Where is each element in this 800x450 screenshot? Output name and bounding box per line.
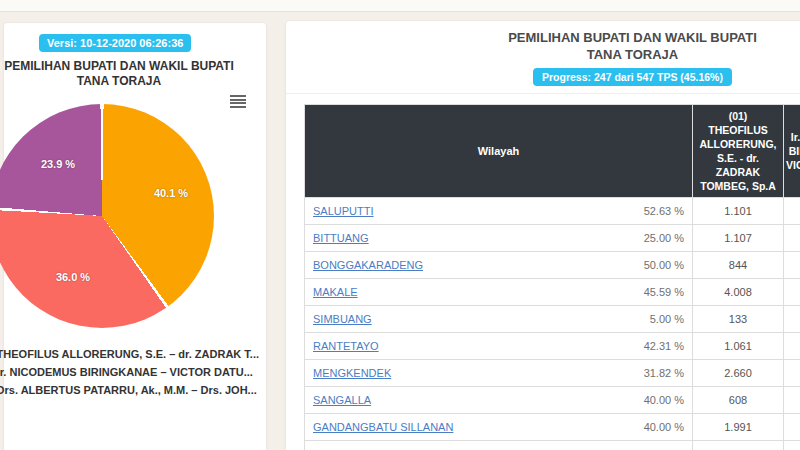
table-row: GANDANGBATU SILLANAN40.00 % 1.991 bbox=[305, 414, 800, 441]
results-table-wrap: Wilayah (01) THEOFILUS ALLORERUNG, S.E. … bbox=[304, 104, 800, 450]
votes-value-hidden bbox=[784, 441, 800, 450]
table-row: RANTETAYO42.31 % 1.061 bbox=[305, 333, 800, 360]
percent-value: 5.00 % bbox=[650, 313, 684, 325]
hamburger-icon bbox=[230, 106, 246, 108]
results-title-line1: PEMILIHAN BUPATI DAN WAKIL BUPATI bbox=[286, 29, 800, 46]
votes-value: 4.008 bbox=[693, 279, 784, 306]
votes-value-hidden bbox=[784, 198, 800, 225]
votes-value-hidden bbox=[784, 414, 800, 441]
table-row: BONGGAKARADENG50.00 % 844 bbox=[305, 252, 800, 279]
legend-item-candidate1[interactable]: (01) THEOFILUS ALLORERUNG, S.E. – dr. ZA… bbox=[0, 345, 304, 363]
wilayah-link[interactable]: SALUPUTTI bbox=[313, 205, 374, 217]
votes-value-hidden bbox=[784, 225, 800, 252]
chart-title: PEMILIHAN BUPATI DAN WAKIL BUPATI TANA T… bbox=[0, 59, 259, 89]
results-title-line2: TANA TORAJA bbox=[286, 46, 800, 63]
pie-slice-label: 36.0 % bbox=[56, 271, 90, 283]
pie-slice-label: 40.1 % bbox=[154, 187, 188, 199]
percent-value: 31.82 % bbox=[644, 367, 684, 379]
table-header-row: Wilayah (01) THEOFILUS ALLORERUNG, S.E. … bbox=[305, 105, 800, 198]
votes-value-hidden bbox=[784, 252, 800, 279]
pie-chart bbox=[0, 104, 214, 328]
top-navbar bbox=[0, 0, 800, 12]
votes-value: 1.061 bbox=[693, 333, 784, 360]
column-header-candidate2: (02) Ir. NICODEMUS BIRINGKANAE - VICTOR … bbox=[784, 105, 800, 198]
pie-slice-label: 23.9 % bbox=[41, 158, 75, 170]
votes-value-hidden bbox=[784, 360, 800, 387]
percent-value: 25.00 % bbox=[644, 232, 684, 244]
percent-value: 42.31 % bbox=[644, 340, 684, 352]
votes-value-hidden bbox=[784, 387, 800, 414]
results-table: Wilayah (01) THEOFILUS ALLORERUNG, S.E. … bbox=[304, 104, 800, 450]
percent-value: 52.63 % bbox=[644, 205, 684, 217]
votes-value-hidden bbox=[784, 333, 800, 360]
table-row: BITTUANG25.00 % 1.107 bbox=[305, 225, 800, 252]
votes-value: 133 bbox=[693, 306, 784, 333]
votes-value: 844 bbox=[693, 252, 784, 279]
legend-item-candidate2[interactable]: (02) Ir. NICODEMUS BIRINGKANAE – VICTOR … bbox=[0, 363, 304, 381]
table-row: MENGKENDEK31.82 % 2.660 bbox=[305, 360, 800, 387]
hamburger-icon bbox=[230, 95, 246, 97]
results-title: PEMILIHAN BUPATI DAN WAKIL BUPATI TANA T… bbox=[286, 29, 800, 63]
table-row: SIMBUANG5.00 % 133 bbox=[305, 306, 800, 333]
chart-panel: Versi: 10-12-2020 06:26:36 PEMILIHAN BUP… bbox=[3, 22, 267, 450]
votes-value: 608 bbox=[693, 387, 784, 414]
column-header-candidate1: (01) THEOFILUS ALLORERUNG, S.E. - dr. ZA… bbox=[693, 105, 784, 198]
table-row: MAKALE45.59 % 4.008 bbox=[305, 279, 800, 306]
chart-title-line1: PEMILIHAN BUPATI DAN WAKIL BUPATI bbox=[0, 59, 259, 74]
wilayah-link[interactable]: GANDANGBATU SILLANAN bbox=[313, 421, 453, 433]
votes-value-hidden bbox=[784, 279, 800, 306]
votes-value: 1.101 bbox=[693, 198, 784, 225]
results-panel: PEMILIHAN BUPATI DAN WAKIL BUPATI TANA T… bbox=[285, 20, 800, 450]
votes-value: 2.954 bbox=[693, 441, 784, 450]
wilayah-link[interactable]: MENGKENDEK bbox=[313, 367, 391, 379]
wilayah-link[interactable]: RANTETAYO bbox=[313, 340, 379, 352]
votes-value: 1.107 bbox=[693, 225, 784, 252]
legend-item-candidate3[interactable]: (03) Drs. ALBERTUS PATARRU, Ak., M.M. – … bbox=[0, 381, 304, 399]
hamburger-icon bbox=[230, 99, 246, 101]
table-row: SALUPUTTI52.63 % 1.101 bbox=[305, 198, 800, 225]
wilayah-link[interactable]: BONGGAKARADENG bbox=[313, 259, 423, 271]
chart-legend: (01) THEOFILUS ALLORERUNG, S.E. – dr. ZA… bbox=[0, 345, 304, 399]
votes-value: 1.991 bbox=[693, 414, 784, 441]
wilayah-link[interactable]: SIMBUANG bbox=[313, 313, 372, 325]
percent-value: 40.00 % bbox=[644, 421, 684, 433]
chart-menu-button[interactable] bbox=[228, 94, 248, 110]
chart-title-line2: TANA TORAJA bbox=[0, 74, 259, 89]
version-badge: Versi: 10-12-2020 06:26:36 bbox=[39, 34, 191, 52]
table-row: REMBON68.29 % 2.954 bbox=[305, 441, 800, 450]
wilayah-link[interactable]: SANGALLA bbox=[313, 394, 371, 406]
table-row: SANGALLA40.00 % 608 bbox=[305, 387, 800, 414]
progress-badge: Progress: 247 dari 547 TPS (45.16%) bbox=[533, 68, 732, 86]
wilayah-link[interactable]: MAKALE bbox=[313, 286, 358, 298]
hamburger-icon bbox=[230, 102, 246, 104]
percent-value: 40.00 % bbox=[644, 394, 684, 406]
percent-value: 50.00 % bbox=[644, 259, 684, 271]
column-header-wilayah: Wilayah bbox=[305, 105, 693, 198]
votes-value: 2.660 bbox=[693, 360, 784, 387]
percent-value: 45.59 % bbox=[644, 286, 684, 298]
votes-value-hidden bbox=[784, 306, 800, 333]
wilayah-link[interactable]: BITTUANG bbox=[313, 232, 369, 244]
results-header: PEMILIHAN BUPATI DAN WAKIL BUPATI TANA T… bbox=[286, 21, 800, 94]
